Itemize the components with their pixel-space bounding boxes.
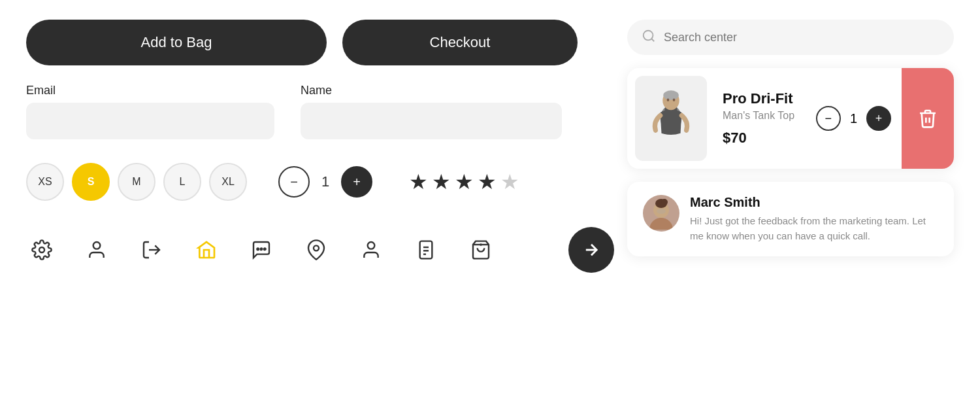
svg-point-26 bbox=[657, 209, 666, 214]
chat-icon-button[interactable] bbox=[246, 234, 277, 266]
name-input[interactable] bbox=[301, 103, 562, 139]
svg-point-25 bbox=[661, 199, 668, 205]
star-5[interactable]: ★ bbox=[500, 169, 519, 194]
svg-point-1 bbox=[93, 242, 101, 249]
svg-point-4 bbox=[261, 248, 263, 250]
size-m[interactable]: M bbox=[118, 163, 155, 201]
product-subtitle: Man's Tank Top bbox=[723, 110, 808, 122]
trash-icon bbox=[917, 108, 938, 129]
chat-card: Marc Smith Hi! Just got the feedback fro… bbox=[627, 182, 954, 256]
email-label: Email bbox=[26, 84, 274, 97]
size-l[interactable]: L bbox=[163, 163, 201, 201]
svg-point-5 bbox=[264, 248, 266, 250]
svg-point-7 bbox=[368, 242, 375, 249]
svg-point-13 bbox=[480, 244, 481, 245]
search-bar bbox=[627, 20, 954, 55]
gear-icon bbox=[31, 239, 52, 260]
svg-point-0 bbox=[39, 247, 44, 252]
svg-point-20 bbox=[667, 99, 670, 102]
product-quantity-control: − 1 + bbox=[816, 106, 902, 131]
location-icon bbox=[306, 239, 327, 260]
size-s[interactable]: S bbox=[72, 163, 110, 201]
star-2[interactable]: ★ bbox=[432, 169, 451, 194]
gear-icon-button[interactable] bbox=[26, 234, 57, 266]
star-rating: ★ ★ ★ ★ ★ bbox=[409, 169, 519, 194]
checkout-button[interactable]: Checkout bbox=[342, 20, 578, 65]
add-to-bag-button[interactable]: Add to Bag bbox=[26, 20, 327, 65]
search-input[interactable] bbox=[664, 31, 939, 44]
home-icon-button[interactable] bbox=[191, 234, 222, 266]
product-qty-increment[interactable]: + bbox=[866, 106, 891, 131]
product-info: Pro Dri-Fit Man's Tank Top $70 bbox=[715, 80, 816, 157]
avatar bbox=[643, 195, 679, 232]
quantity-value: 1 bbox=[319, 173, 332, 190]
form-row: Email Name bbox=[26, 84, 614, 139]
svg-point-3 bbox=[257, 248, 259, 250]
logout-icon-button[interactable] bbox=[136, 234, 167, 266]
arrow-forward-button[interactable] bbox=[568, 227, 614, 273]
arrow-right-icon bbox=[582, 241, 600, 259]
person-icon bbox=[361, 239, 382, 260]
name-field-group: Name bbox=[301, 84, 562, 139]
bag-icon bbox=[470, 239, 491, 260]
logout-icon bbox=[141, 239, 162, 260]
star-3[interactable]: ★ bbox=[455, 169, 474, 194]
chat-icon bbox=[251, 239, 272, 260]
size-xs[interactable]: XS bbox=[26, 163, 64, 201]
right-panel: Pro Dri-Fit Man's Tank Top $70 − 1 + bbox=[614, 20, 954, 379]
name-label: Name bbox=[301, 84, 562, 97]
search-icon bbox=[642, 29, 656, 46]
location-icon-button[interactable] bbox=[301, 234, 332, 266]
product-name: Pro Dri-Fit bbox=[723, 90, 808, 107]
star-1[interactable]: ★ bbox=[409, 169, 428, 194]
svg-rect-8 bbox=[420, 241, 433, 259]
person-icon-button[interactable] bbox=[355, 234, 387, 266]
avatar-illustration bbox=[645, 197, 678, 230]
user-icon bbox=[86, 239, 107, 260]
icons-row bbox=[26, 227, 614, 273]
email-input[interactable] bbox=[26, 103, 274, 139]
email-field-group: Email bbox=[26, 84, 274, 139]
product-price: $70 bbox=[723, 130, 808, 147]
svg-point-19 bbox=[663, 90, 679, 100]
size-row: XS S M L XL − 1 + ★ ★ ★ ★ ★ bbox=[26, 163, 614, 201]
product-qty-decrement[interactable]: − bbox=[816, 106, 841, 131]
svg-point-22 bbox=[649, 218, 673, 230]
buttons-row: Add to Bag Checkout bbox=[26, 20, 614, 65]
bag-icon-button[interactable] bbox=[465, 234, 497, 266]
document-icon bbox=[416, 239, 436, 260]
size-options: XS S M L XL bbox=[26, 163, 247, 201]
svg-line-16 bbox=[651, 39, 654, 41]
product-image-illustration bbox=[645, 86, 697, 151]
chat-content: Marc Smith Hi! Just got the feedback fro… bbox=[690, 195, 938, 243]
size-xl[interactable]: XL bbox=[209, 163, 247, 201]
quantity-decrement[interactable]: − bbox=[278, 166, 310, 198]
product-image bbox=[635, 76, 707, 161]
home-icon bbox=[196, 239, 217, 260]
document-icon-button[interactable] bbox=[410, 234, 442, 266]
quantity-control: − 1 + bbox=[278, 166, 372, 198]
product-delete-button[interactable] bbox=[902, 68, 954, 169]
svg-point-15 bbox=[644, 31, 653, 41]
chat-message: Hi! Just got the feedback from the marke… bbox=[690, 214, 938, 243]
product-card: Pro Dri-Fit Man's Tank Top $70 − 1 + bbox=[627, 68, 954, 169]
svg-point-6 bbox=[314, 245, 319, 251]
svg-point-21 bbox=[673, 99, 676, 102]
chat-user-name: Marc Smith bbox=[690, 195, 938, 210]
product-qty-value: 1 bbox=[850, 111, 857, 126]
star-4[interactable]: ★ bbox=[478, 169, 497, 194]
user-icon-button[interactable] bbox=[81, 234, 112, 266]
quantity-increment[interactable]: + bbox=[341, 166, 372, 198]
